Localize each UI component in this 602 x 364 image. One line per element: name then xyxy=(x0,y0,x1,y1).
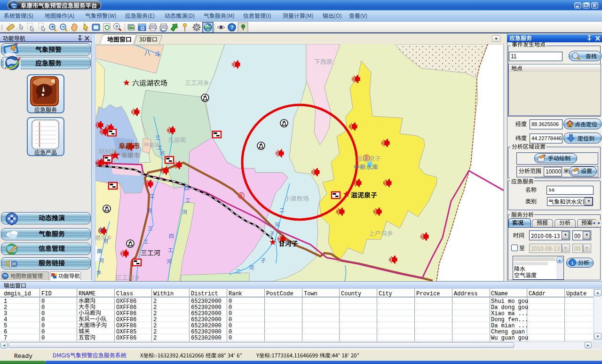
svg-text:?: ? xyxy=(230,24,234,30)
svg-text:?: ? xyxy=(115,24,118,29)
svg-text:i: i xyxy=(571,260,573,266)
